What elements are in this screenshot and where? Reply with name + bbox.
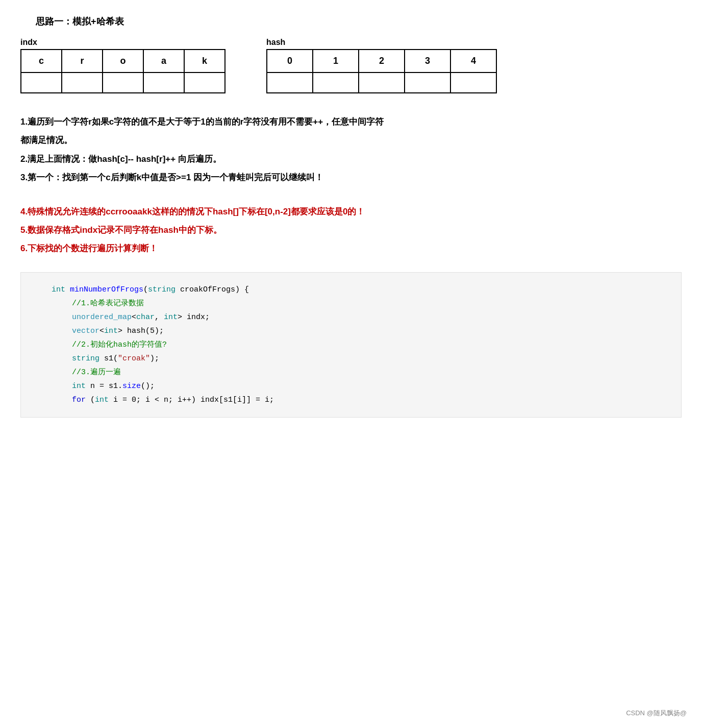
code-token: ();	[141, 379, 155, 393]
footer: CSDN @随风飘扬@	[626, 709, 687, 718]
code-line-1: int minNumberOfFrogs ( string croakOfFro…	[52, 283, 671, 297]
text-item-1: 1.遍历到一个字符r如果c字符的值不是大于等于1的当前的r字符没有用不需要++，…	[20, 114, 682, 130]
indx-diagram: indx c r o a k	[20, 38, 225, 93]
code-token: int	[164, 310, 178, 324]
indx-cell-c: c	[21, 50, 62, 72]
text-item-5: 5.数据保存格式indx记录不同字符在hash中的下标。	[20, 222, 682, 238]
code-token: i = 0; i < n; i++) indx[s1[i]] = i;	[109, 393, 274, 407]
hash-header-row: 0 1 2 3 4	[267, 50, 496, 72]
code-token: vector	[72, 324, 99, 338]
text-item-4: 4.特殊情况允许连续的ccrrooaakk这样的的情况下hash[]下标在[0,…	[20, 204, 682, 220]
code-line-7: //3.遍历一遍	[52, 366, 671, 379]
code-token: //2.初始化hash的字符值?	[72, 338, 167, 352]
indx-cell-k: k	[184, 50, 225, 72]
code-token: size	[122, 379, 141, 393]
text-item-2: 2.满足上面情况：做hash[c]-- hash[r]++ 向后遍历。	[20, 151, 682, 167]
code-token: );	[150, 352, 159, 366]
code-token: > indx;	[178, 310, 210, 324]
code-token: croakOfFrogs) {	[176, 283, 249, 297]
code-line-6: string s1( "croak" );	[52, 352, 671, 366]
code-line-5: //2.初始化hash的字符值?	[52, 338, 671, 352]
code-token: int	[104, 324, 118, 338]
code-token: string	[148, 283, 176, 297]
code-token: char	[136, 310, 155, 324]
code-token: <	[99, 324, 104, 338]
hash-cell-2: 2	[359, 50, 405, 72]
indx-cell-r: r	[62, 50, 103, 72]
section-title: 思路一：模拟+哈希表	[36, 15, 682, 28]
code-token: n = s1.	[86, 379, 122, 393]
code-token: <	[132, 310, 136, 324]
text-item-6: 6.下标找的个数进行遍历计算判断！	[20, 240, 682, 257]
indx-table: c r o a k	[20, 49, 225, 93]
code-block: int minNumberOfFrogs ( string croakOfFro…	[20, 272, 682, 418]
text-content: 1.遍历到一个字符r如果c字符的值不是大于等于1的当前的r字符没有用不需要++，…	[20, 114, 682, 257]
hash-empty-row	[267, 72, 496, 93]
code-token: "croak"	[118, 352, 150, 366]
code-token: int	[72, 379, 86, 393]
hash-diagram: hash 0 1 2 3 4	[266, 38, 497, 93]
code-token: ,	[155, 310, 164, 324]
code-token: unordered_map	[72, 310, 132, 324]
hash-label: hash	[266, 38, 497, 47]
code-token: (	[143, 283, 148, 297]
code-line-9: for ( int i = 0; i < n; i++) indx[s1[i]]…	[52, 393, 671, 407]
hash-cell-0: 0	[267, 50, 313, 72]
indx-cell-a: a	[143, 50, 184, 72]
code-token: for	[72, 393, 86, 407]
indx-empty-row	[21, 72, 225, 93]
code-token: //3.遍历一遍	[72, 366, 121, 379]
code-token: int	[52, 283, 65, 297]
code-line-2: //1.哈希表记录数据	[52, 297, 671, 310]
code-token: int	[95, 393, 109, 407]
indx-header-row: c r o a k	[21, 50, 225, 72]
code-line-8: int n = s1. size ();	[52, 379, 671, 393]
text-item-1b: 都满足情况。	[20, 132, 682, 149]
code-line-4: vector < int > hash(5);	[52, 324, 671, 338]
indx-label: indx	[20, 38, 225, 47]
text-item-3: 3.第一个：找到第一个c后判断k中值是否>=1 因为一个青蛙叫完后可以继续叫！	[20, 169, 682, 186]
code-token: s1(	[99, 352, 118, 366]
code-token	[65, 283, 70, 297]
code-token: //1.哈希表记录数据	[72, 297, 144, 310]
code-line-3: unordered_map < char , int > indx;	[52, 310, 671, 324]
diagrams-row: indx c r o a k hash	[20, 38, 682, 93]
code-token: (	[86, 393, 95, 407]
hash-cell-1: 1	[313, 50, 359, 72]
code-token: > hash(5);	[118, 324, 164, 338]
hash-cell-4: 4	[450, 50, 496, 72]
code-token: string	[72, 352, 99, 366]
hash-cell-3: 3	[405, 50, 450, 72]
hash-table: 0 1 2 3 4	[266, 49, 497, 93]
indx-cell-o: o	[103, 50, 143, 72]
code-token: minNumberOfFrogs	[70, 283, 143, 297]
